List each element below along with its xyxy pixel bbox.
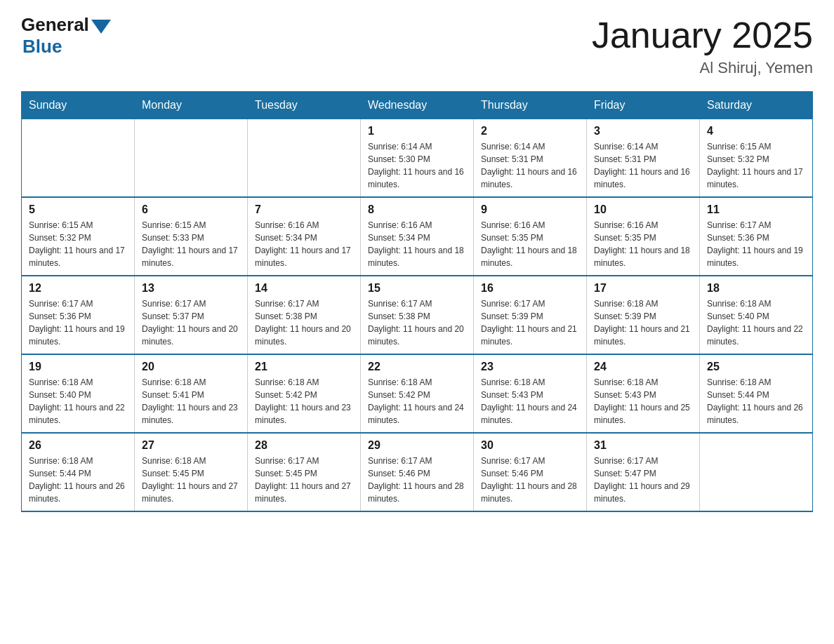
day-number: 26 <box>29 439 127 452</box>
day-number: 12 <box>29 282 127 295</box>
calendar-cell: 5Sunrise: 6:15 AM Sunset: 5:32 PM Daylig… <box>22 197 135 276</box>
day-number: 6 <box>142 203 240 216</box>
day-info: Sunrise: 6:18 AM Sunset: 5:44 PM Dayligh… <box>29 455 127 505</box>
day-info: Sunrise: 6:17 AM Sunset: 5:36 PM Dayligh… <box>707 219 805 269</box>
day-info: Sunrise: 6:17 AM Sunset: 5:38 PM Dayligh… <box>368 297 466 348</box>
calendar-cell <box>22 119 135 198</box>
calendar-cell: 4Sunrise: 6:15 AM Sunset: 5:32 PM Daylig… <box>700 119 813 198</box>
day-info: Sunrise: 6:16 AM Sunset: 5:35 PM Dayligh… <box>481 219 579 269</box>
calendar-cell: 26Sunrise: 6:18 AM Sunset: 5:44 PM Dayli… <box>22 433 135 511</box>
calendar-cell: 1Sunrise: 6:14 AM Sunset: 5:30 PM Daylig… <box>361 119 474 198</box>
day-number: 15 <box>368 282 466 295</box>
calendar-cell: 15Sunrise: 6:17 AM Sunset: 5:38 PM Dayli… <box>361 276 474 354</box>
header-day-friday: Friday <box>587 92 700 119</box>
day-number: 4 <box>707 125 805 137</box>
day-info: Sunrise: 6:18 AM Sunset: 5:45 PM Dayligh… <box>142 455 240 505</box>
calendar-header: SundayMondayTuesdayWednesdayThursdayFrid… <box>22 92 813 119</box>
day-info: Sunrise: 6:16 AM Sunset: 5:34 PM Dayligh… <box>255 219 353 269</box>
calendar-cell <box>248 119 361 198</box>
calendar-cell: 23Sunrise: 6:18 AM Sunset: 5:43 PM Dayli… <box>474 354 587 433</box>
day-info: Sunrise: 6:14 AM Sunset: 5:31 PM Dayligh… <box>594 140 692 191</box>
day-number: 11 <box>707 203 805 216</box>
day-number: 1 <box>368 125 466 137</box>
day-info: Sunrise: 6:17 AM Sunset: 5:38 PM Dayligh… <box>255 297 353 348</box>
calendar-cell: 13Sunrise: 6:17 AM Sunset: 5:37 PM Dayli… <box>135 276 248 354</box>
day-info: Sunrise: 6:17 AM Sunset: 5:37 PM Dayligh… <box>142 297 240 348</box>
calendar-cell: 20Sunrise: 6:18 AM Sunset: 5:41 PM Dayli… <box>135 354 248 433</box>
day-number: 23 <box>481 361 579 373</box>
day-number: 8 <box>368 203 466 216</box>
calendar-cell: 30Sunrise: 6:17 AM Sunset: 5:46 PM Dayli… <box>474 433 587 511</box>
week-row-4: 19Sunrise: 6:18 AM Sunset: 5:40 PM Dayli… <box>22 354 813 433</box>
title-section: January 2025 Al Shiruj, Yemen <box>592 14 813 77</box>
day-number: 30 <box>481 439 579 452</box>
day-info: Sunrise: 6:16 AM Sunset: 5:35 PM Dayligh… <box>594 219 692 269</box>
day-number: 17 <box>594 282 692 295</box>
day-number: 18 <box>707 282 805 295</box>
day-info: Sunrise: 6:18 AM Sunset: 5:40 PM Dayligh… <box>29 376 127 427</box>
day-number: 29 <box>368 439 466 452</box>
day-info: Sunrise: 6:14 AM Sunset: 5:30 PM Dayligh… <box>368 140 466 191</box>
week-row-1: 1Sunrise: 6:14 AM Sunset: 5:30 PM Daylig… <box>22 119 813 198</box>
calendar-cell: 14Sunrise: 6:17 AM Sunset: 5:38 PM Dayli… <box>248 276 361 354</box>
calendar-cell: 31Sunrise: 6:17 AM Sunset: 5:47 PM Dayli… <box>587 433 700 511</box>
calendar-cell: 24Sunrise: 6:18 AM Sunset: 5:43 PM Dayli… <box>587 354 700 433</box>
header-row: SundayMondayTuesdayWednesdayThursdayFrid… <box>22 92 813 119</box>
calendar-body: 1Sunrise: 6:14 AM Sunset: 5:30 PM Daylig… <box>22 119 813 512</box>
calendar-cell <box>135 119 248 198</box>
day-number: 14 <box>255 282 353 295</box>
header-day-saturday: Saturday <box>700 92 813 119</box>
calendar-cell: 11Sunrise: 6:17 AM Sunset: 5:36 PM Dayli… <box>700 197 813 276</box>
day-info: Sunrise: 6:18 AM Sunset: 5:43 PM Dayligh… <box>594 376 692 427</box>
calendar-cell: 9Sunrise: 6:16 AM Sunset: 5:35 PM Daylig… <box>474 197 587 276</box>
day-info: Sunrise: 6:17 AM Sunset: 5:39 PM Dayligh… <box>481 297 579 348</box>
day-info: Sunrise: 6:15 AM Sunset: 5:32 PM Dayligh… <box>29 219 127 269</box>
day-number: 19 <box>29 361 127 373</box>
day-info: Sunrise: 6:16 AM Sunset: 5:34 PM Dayligh… <box>368 219 466 269</box>
day-number: 22 <box>368 361 466 373</box>
week-row-2: 5Sunrise: 6:15 AM Sunset: 5:32 PM Daylig… <box>22 197 813 276</box>
day-number: 20 <box>142 361 240 373</box>
calendar-cell: 29Sunrise: 6:17 AM Sunset: 5:46 PM Dayli… <box>361 433 474 511</box>
day-info: Sunrise: 6:18 AM Sunset: 5:40 PM Dayligh… <box>707 297 805 348</box>
day-info: Sunrise: 6:18 AM Sunset: 5:44 PM Dayligh… <box>707 376 805 427</box>
day-info: Sunrise: 6:18 AM Sunset: 5:39 PM Dayligh… <box>594 297 692 348</box>
day-info: Sunrise: 6:18 AM Sunset: 5:42 PM Dayligh… <box>368 376 466 427</box>
calendar-cell: 16Sunrise: 6:17 AM Sunset: 5:39 PM Dayli… <box>474 276 587 354</box>
logo-blue: Blue <box>22 36 111 58</box>
logo-general: General <box>21 14 89 36</box>
calendar-cell: 8Sunrise: 6:16 AM Sunset: 5:34 PM Daylig… <box>361 197 474 276</box>
day-number: 28 <box>255 439 353 452</box>
calendar-title: January 2025 <box>592 14 813 56</box>
day-info: Sunrise: 6:18 AM Sunset: 5:43 PM Dayligh… <box>481 376 579 427</box>
calendar-cell: 18Sunrise: 6:18 AM Sunset: 5:40 PM Dayli… <box>700 276 813 354</box>
day-number: 27 <box>142 439 240 452</box>
day-number: 25 <box>707 361 805 373</box>
calendar-cell: 12Sunrise: 6:17 AM Sunset: 5:36 PM Dayli… <box>22 276 135 354</box>
day-info: Sunrise: 6:15 AM Sunset: 5:33 PM Dayligh… <box>142 219 240 269</box>
logo-triangle-icon <box>91 20 111 34</box>
day-info: Sunrise: 6:14 AM Sunset: 5:31 PM Dayligh… <box>481 140 579 191</box>
day-info: Sunrise: 6:17 AM Sunset: 5:46 PM Dayligh… <box>481 455 579 505</box>
day-number: 16 <box>481 282 579 295</box>
week-row-5: 26Sunrise: 6:18 AM Sunset: 5:44 PM Dayli… <box>22 433 813 511</box>
header-day-thursday: Thursday <box>474 92 587 119</box>
day-number: 21 <box>255 361 353 373</box>
calendar-cell: 28Sunrise: 6:17 AM Sunset: 5:45 PM Dayli… <box>248 433 361 511</box>
day-number: 24 <box>594 361 692 373</box>
day-info: Sunrise: 6:17 AM Sunset: 5:45 PM Dayligh… <box>255 455 353 505</box>
calendar-cell: 25Sunrise: 6:18 AM Sunset: 5:44 PM Dayli… <box>700 354 813 433</box>
header-day-sunday: Sunday <box>22 92 135 119</box>
logo: General Blue <box>21 14 111 58</box>
calendar-cell: 6Sunrise: 6:15 AM Sunset: 5:33 PM Daylig… <box>135 197 248 276</box>
day-number: 3 <box>594 125 692 137</box>
calendar-cell: 19Sunrise: 6:18 AM Sunset: 5:40 PM Dayli… <box>22 354 135 433</box>
day-info: Sunrise: 6:17 AM Sunset: 5:46 PM Dayligh… <box>368 455 466 505</box>
header-day-wednesday: Wednesday <box>361 92 474 119</box>
day-info: Sunrise: 6:17 AM Sunset: 5:36 PM Dayligh… <box>29 297 127 348</box>
calendar-cell <box>700 433 813 511</box>
calendar-cell: 17Sunrise: 6:18 AM Sunset: 5:39 PM Dayli… <box>587 276 700 354</box>
calendar-cell: 2Sunrise: 6:14 AM Sunset: 5:31 PM Daylig… <box>474 119 587 198</box>
calendar-cell: 10Sunrise: 6:16 AM Sunset: 5:35 PM Dayli… <box>587 197 700 276</box>
day-number: 5 <box>29 203 127 216</box>
